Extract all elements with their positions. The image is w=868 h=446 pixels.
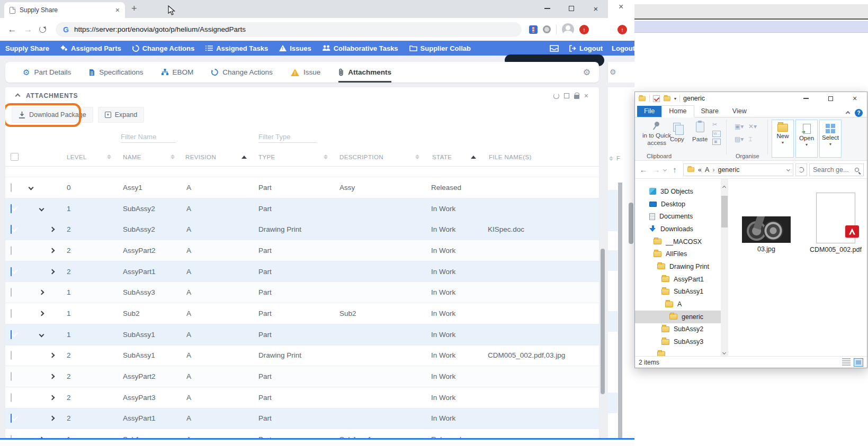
column-header-state[interactable]: STATE [428,154,485,160]
scrollbar-thumb[interactable] [601,249,605,394]
nav-item-supply-share[interactable]: Supply Share [5,44,49,52]
tab-change-actions[interactable]: Change Actions [211,62,273,83]
tree-item-allfiles[interactable]: AllFiles [635,248,721,260]
table-row[interactable]: 0Assy1APartAssyReleased [5,177,599,198]
column-header-type[interactable]: TYPE [255,154,336,160]
profile-avatar[interactable] [562,23,574,35]
tab-issue[interactable]: Issue [291,62,320,83]
table-row[interactable]: 1SubAssy3APartIn Work [5,281,599,303]
tab-close-icon[interactable]: × [115,6,120,14]
nav-item-change-actions[interactable]: Change Actions [132,44,194,52]
row-checkbox[interactable] [11,330,12,339]
address-refresh-button[interactable] [795,163,807,176]
inbox-tray-icon[interactable] [550,44,559,52]
details-view-icon[interactable] [842,358,851,366]
table-row[interactable]: 2AssyPart1APartIn Work [5,408,599,429]
ribbon-tab-share[interactable]: Share [694,106,726,117]
expander-right-icon[interactable] [50,353,55,358]
row-checkbox[interactable] [11,225,12,234]
column-header-name[interactable]: NAME [120,154,183,160]
explorer-address-bar[interactable]: « A › generic [683,163,793,176]
row-checkbox[interactable] [11,267,12,276]
download-package-button[interactable]: Download Package [12,107,93,123]
organise-buttons[interactable]: ▣▾ ✕▾ ▤▾ ⌶ [735,123,762,148]
table-row[interactable]: 1SubAssy1APartIn Work [5,324,599,345]
nav-item-supplier-collab[interactable]: Supplier Collab [409,44,471,52]
collapse-chevron-icon[interactable] [15,93,21,98]
table-settings-gear-icon[interactable]: ⚙ [583,67,590,77]
expand-button[interactable]: ▾ Expand [98,107,144,123]
swirl-extension-icon[interactable] [543,25,551,33]
tab-ebom[interactable]: EBOM [162,62,194,83]
expander-right-icon[interactable] [50,374,55,379]
thumbnail-view-icon[interactable] [854,358,863,367]
table-row[interactable]: 2AssyPart2APartIn Work [5,366,599,387]
expander-down-icon[interactable] [29,185,34,190]
image-thumbnail[interactable] [742,216,791,243]
lighthouse-extension-icon[interactable] [529,25,538,34]
select-all-checkbox[interactable] [11,153,19,161]
sidebar-scrollbar[interactable] [721,179,728,356]
ribbon-tab-file[interactable]: File [637,106,661,117]
explorer-forward-button[interactable]: → [651,165,661,174]
refresh-icon[interactable] [553,93,559,99]
expander-right-icon[interactable] [50,416,55,421]
tree-item-subassy2[interactable]: SubAssy2 [635,323,721,336]
tree-item-a[interactable]: A [635,298,721,311]
column-header-revision[interactable]: REVISION [183,154,255,160]
expander-right-icon[interactable] [50,395,55,400]
tab-specifications[interactable]: Specifications [89,62,143,83]
file-item-cdm005-002-pdf[interactable]: CDM005_002.pdf [810,193,862,253]
explorer-search-box[interactable]: Search ge... [809,163,864,176]
row-checkbox[interactable] [11,183,12,192]
table-row[interactable]: 2AssyPart3APartIn Work [5,387,599,408]
explorer-maximize-button[interactable] [818,92,843,105]
row-checkbox[interactable] [11,204,12,213]
nav-item-issues[interactable]: Issues [279,44,311,52]
ribbon-tab-view[interactable]: View [726,106,754,117]
tab-part-details[interactable]: ⚙ Part Details [23,62,71,83]
copy-button[interactable]: Copy [670,123,684,142]
filter-type-input[interactable] [258,131,317,143]
up-directory-button[interactable]: ↑ [668,165,681,174]
lock-icon[interactable] [574,95,579,99]
new-tab-button[interactable]: + [131,3,137,14]
open-button[interactable]: Open ▾ [795,120,818,158]
explorer-title-bar[interactable]: ▾ generic × [635,92,867,105]
tree-item-3d-objects[interactable]: 3D Objects [635,185,721,198]
pin-to-quick-access-button[interactable]: in to Quickaccess [642,122,671,147]
qat-properties-icon[interactable] [653,95,660,102]
tree-item-subassy3[interactable]: SubAssy3 [635,335,721,348]
new-folder-button[interactable]: New ▾ [772,120,794,158]
tree-item--macosx[interactable]: __MACOSX [635,235,721,248]
maximize-panel-icon[interactable] [564,93,569,98]
row-checkbox[interactable] [11,372,12,381]
tree-item-downloads[interactable]: Downloads [635,223,721,235]
table-row[interactable]: 2AssyPart1APartIn Work [5,261,599,282]
row-checkbox[interactable] [11,309,12,318]
pdf-thumbnail[interactable] [816,193,855,243]
close-panel-icon[interactable]: × [584,92,588,99]
nav-item-assigned-parts[interactable]: Assigned Parts [60,44,121,52]
explorer-back-button[interactable]: ← [638,165,649,174]
paste-button[interactable]: Paste [692,122,708,142]
ribbon-collapse-icon[interactable] [846,111,850,115]
table-row[interactable]: 2SubAssy2ADrawing PrintIn WorkKISpec.doc [5,219,599,240]
tree-item-partial[interactable] [635,348,721,356]
explorer-minimize-button[interactable] [794,92,818,105]
file-item-03-jpg[interactable]: 03.jpg [742,216,791,253]
url-text[interactable]: https://server:port/enovia/goto/p/helium… [74,25,246,33]
qat-dropdown-icon[interactable]: ▾ [674,96,676,101]
browser-tab[interactable]: Supply Share × [4,2,125,18]
tree-item-documents[interactable]: Documents [635,210,721,223]
expander-down-icon[interactable] [39,332,44,337]
explorer-close-button[interactable]: × [843,92,867,105]
expander-right-icon[interactable] [39,290,44,295]
filter-name-input[interactable] [121,131,176,143]
table-row[interactable]: 2SubAssy1ADrawing PrintIn WorkCDM005_002… [5,345,599,366]
reload-button[interactable] [39,26,46,33]
row-checkbox[interactable] [11,288,12,297]
expander-right-icon[interactable] [50,248,55,253]
expander-down-icon[interactable] [39,206,44,211]
address-dropdown-icon[interactable] [786,168,790,171]
